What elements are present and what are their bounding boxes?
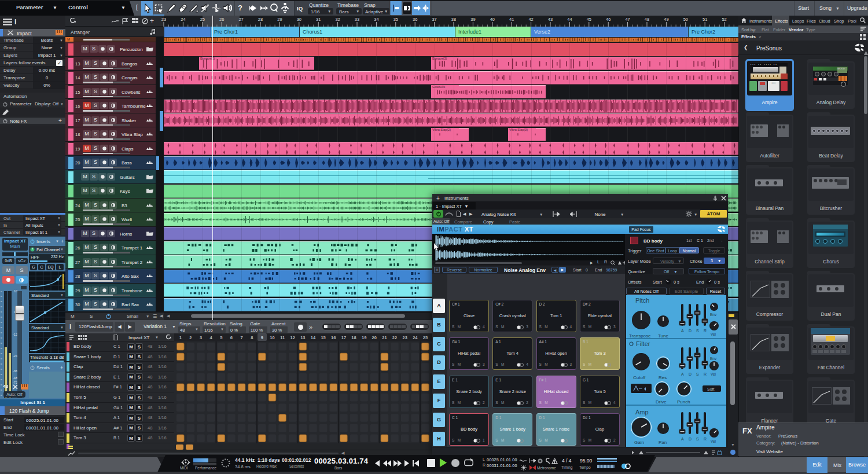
svg-text:S: S <box>696 372 699 376</box>
svg-text:Env: Env <box>710 313 717 317</box>
svg-text:Pitch: Pitch <box>635 297 649 304</box>
svg-text:D: D <box>689 437 692 441</box>
svg-text:R: R <box>704 437 707 441</box>
svg-text:D: D <box>689 372 692 376</box>
svg-text:Gain: Gain <box>634 440 644 445</box>
svg-text:Vel: Vel <box>711 439 716 443</box>
svg-text:D: D <box>689 329 692 333</box>
svg-text:A: A <box>681 437 684 441</box>
svg-text:Drive: Drive <box>656 399 667 405</box>
svg-text:S: S <box>696 329 699 333</box>
svg-text:A: A <box>681 329 684 333</box>
svg-text:Punch: Punch <box>677 399 690 405</box>
svg-text:Cutoff: Cutoff <box>633 375 646 380</box>
svg-text:Env: Env <box>710 357 717 361</box>
svg-text:Vel: Vel <box>711 332 716 336</box>
svg-text:A: A <box>681 372 684 376</box>
svg-text:S: S <box>696 437 699 441</box>
svg-text:R: R <box>704 372 707 376</box>
svg-text:Res: Res <box>659 375 667 380</box>
svg-text:Filter: Filter <box>636 340 650 347</box>
svg-text:Pan: Pan <box>659 440 667 445</box>
svg-text:Amp: Amp <box>635 409 649 416</box>
svg-text:R: R <box>704 329 707 333</box>
svg-text:Vel: Vel <box>711 372 716 376</box>
svg-text:Soft: Soft <box>707 387 715 391</box>
